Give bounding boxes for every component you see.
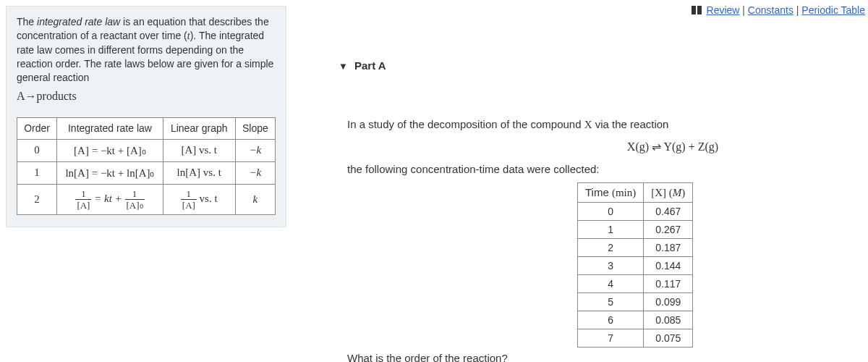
cell-slope: k xyxy=(235,184,275,214)
cell-time: 3 xyxy=(578,257,644,275)
cutoff-question: What is the order of the reaction? xyxy=(347,352,508,362)
separator: | xyxy=(742,4,748,16)
part-a-header: Part A xyxy=(354,59,386,72)
cell-graph: ln[A] vs. t xyxy=(163,161,235,184)
cell-time: 0 xyxy=(578,203,644,221)
table-row: 10.267 xyxy=(578,221,693,239)
cell-conc: 0.075 xyxy=(644,329,693,348)
table-row: 1 ln[A] = −kt + ln[A]₀ ln[A] vs. t −k xyxy=(17,161,276,184)
part-collapse-toggle[interactable]: ▼ xyxy=(339,61,348,72)
cell-conc: 0.099 xyxy=(644,293,693,311)
cell-conc: 0.085 xyxy=(644,311,693,329)
review-link[interactable]: Review xyxy=(707,4,740,16)
table-row: 2 1[A] = kt + 1[A]₀ 1[A] vs. t k xyxy=(17,184,276,214)
table-row: 00.467 xyxy=(578,203,693,221)
cell-law: ln[A] = −kt + ln[A]₀ xyxy=(57,161,163,184)
prompt-text: the following concentration-time data we… xyxy=(347,161,854,178)
th-conc: [X] (M) xyxy=(644,183,693,203)
table-row: 20.187 xyxy=(578,239,693,257)
concentration-data-table: Time (min) [X] (M) 00.467 10.267 20.187 … xyxy=(577,182,693,348)
cell-time: 6 xyxy=(578,311,644,329)
table-row: 70.075 xyxy=(578,329,693,348)
cell-order: 0 xyxy=(17,139,57,161)
cell-time: 5 xyxy=(578,293,644,311)
th-time: Time (min) xyxy=(578,183,644,203)
cell-law: [A] = −kt + [A]₀ xyxy=(57,139,163,161)
th-law: Integrated rate law xyxy=(57,118,163,140)
table-row: 40.117 xyxy=(578,275,693,293)
cell-conc: 0.267 xyxy=(644,221,693,239)
cell-time: 4 xyxy=(578,275,644,293)
cell-time: 7 xyxy=(578,329,644,348)
cell-conc: 0.144 xyxy=(644,257,693,275)
prompt-text: In a study of the decomposition of the c… xyxy=(347,118,584,130)
review-icon xyxy=(692,5,702,17)
prompt-var-x: X xyxy=(584,119,592,130)
prompt-text: via the reaction xyxy=(592,118,669,130)
intro-italic-term: integrated rate law xyxy=(37,16,120,28)
table-row: 60.085 xyxy=(578,311,693,329)
table-row: 0 [A] = −kt + [A]₀ [A] vs. t −k xyxy=(17,139,276,161)
cell-graph: [A] vs. t xyxy=(163,139,235,161)
svg-rect-1 xyxy=(697,6,702,14)
th-slope: Slope xyxy=(235,118,275,140)
th-graph: Linear graph xyxy=(163,118,235,140)
cell-slope: −k xyxy=(235,161,275,184)
constants-link[interactable]: Constants xyxy=(748,4,793,16)
svg-rect-0 xyxy=(692,6,696,14)
part-a-prompt: In a study of the decomposition of the c… xyxy=(347,116,854,178)
cell-time: 1 xyxy=(578,221,644,239)
cell-slope: −k xyxy=(235,139,275,161)
cell-conc: 0.117 xyxy=(644,275,693,293)
table-row: 50.099 xyxy=(578,293,693,311)
cell-conc: 0.187 xyxy=(644,239,693,257)
cell-time: 2 xyxy=(578,239,644,257)
intro-panel: The integrated rate law is an equation t… xyxy=(6,6,286,227)
intro-reaction: A→products xyxy=(17,88,276,104)
periodic-table-link[interactable]: Periodic Table xyxy=(801,4,865,16)
table-row: 30.144 xyxy=(578,257,693,275)
cell-conc: 0.467 xyxy=(644,203,693,221)
top-links-bar: Review | Constants | Periodic Table xyxy=(692,4,865,17)
prompt-reaction-equation: X(g) ⇌ Y(g) + Z(g) xyxy=(347,138,854,156)
th-order: Order xyxy=(17,118,57,140)
cell-law: 1[A] = kt + 1[A]₀ xyxy=(57,184,163,214)
intro-text: The integrated rate law is an equation t… xyxy=(17,15,276,104)
rate-law-table: Order Integrated rate law Linear graph S… xyxy=(17,117,276,215)
cell-order: 2 xyxy=(17,184,57,214)
intro-text-part: The xyxy=(17,16,37,28)
cell-graph: 1[A] vs. t xyxy=(163,184,235,214)
cell-order: 1 xyxy=(17,161,57,184)
